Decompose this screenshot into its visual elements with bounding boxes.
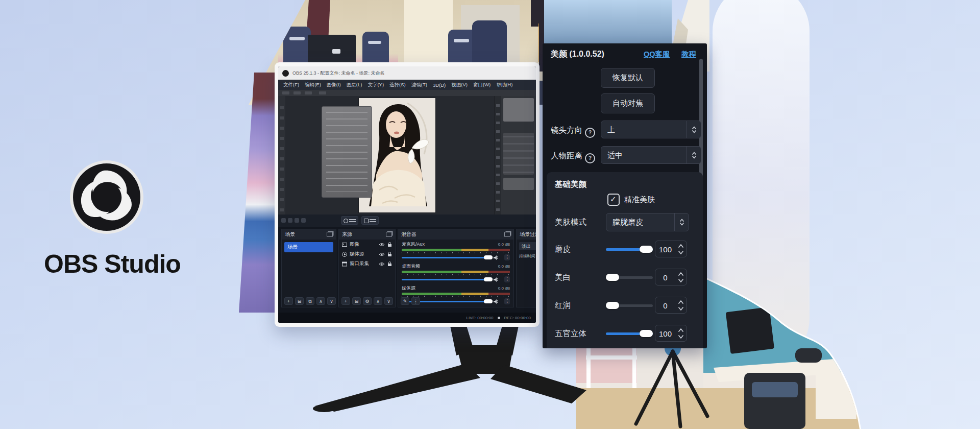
menu-item[interactable]: 文件(F) bbox=[283, 82, 299, 88]
menu-item[interactable]: 选择(S) bbox=[389, 82, 406, 88]
scene-item-selected[interactable]: 场景 bbox=[284, 242, 333, 252]
ps-workspace bbox=[278, 96, 536, 214]
speaker-icon[interactable] bbox=[494, 277, 499, 282]
volume-slider[interactable]: ⋮ bbox=[402, 276, 510, 282]
mixer-menu-button[interactable]: ⋮ bbox=[411, 297, 420, 305]
dock-menu-icon[interactable] bbox=[504, 232, 510, 237]
source-up-button[interactable]: ∧ bbox=[374, 297, 382, 305]
layout-toggle-button[interactable] bbox=[361, 216, 379, 225]
ps-right-dock[interactable] bbox=[494, 96, 536, 214]
precise-skin-checkbox[interactable]: ✓ bbox=[607, 194, 620, 206]
monitor-screen: OBS 25.1.3 - 配置文件: 未命名 - 场景: 未命名 文件(F) 编… bbox=[278, 66, 536, 323]
lock-icon[interactable] bbox=[387, 261, 392, 267]
menu-item[interactable]: 滤镜(T) bbox=[411, 82, 427, 88]
speaker-icon[interactable] bbox=[494, 299, 499, 304]
spinbox-arrows-icon[interactable] bbox=[678, 327, 684, 342]
source-down-button[interactable]: ∨ bbox=[384, 297, 393, 305]
menu-item[interactable]: 3D(D) bbox=[433, 82, 446, 88]
channel-settings-button[interactable]: ⋮ bbox=[504, 298, 510, 304]
visibility-eye-icon[interactable] bbox=[379, 252, 385, 256]
person-distance-select[interactable]: 适中 bbox=[601, 146, 701, 164]
help-icon[interactable]: ? bbox=[585, 153, 595, 163]
slider-thumb[interactable] bbox=[640, 330, 653, 337]
mixer-config-button[interactable]: ✎ bbox=[401, 297, 409, 305]
rosy-value-spinbox[interactable]: 0 bbox=[655, 297, 687, 314]
qq-support-link[interactable]: QQ客服 bbox=[644, 50, 670, 59]
window-titlebar: OBS 25.1.3 - 配置文件: 未命名 - 场景: 未命名 bbox=[278, 66, 536, 80]
remove-source-button[interactable]: ⊟ bbox=[352, 297, 361, 305]
tutorial-link[interactable]: 教程 bbox=[681, 50, 696, 59]
add-scene-button[interactable]: + bbox=[284, 297, 293, 305]
select-chevrons-icon[interactable] bbox=[687, 147, 701, 163]
scene-up-button[interactable]: ∧ bbox=[316, 297, 325, 305]
rec-dot-icon bbox=[498, 317, 500, 319]
skin-mode-select[interactable]: 朦胧磨皮 bbox=[606, 213, 689, 231]
lock-icon[interactable] bbox=[387, 252, 392, 257]
dock-menu-icon[interactable] bbox=[327, 232, 333, 237]
menu-item[interactable]: 窗口(W) bbox=[473, 82, 491, 88]
mixer-dock-title: 混音器 bbox=[401, 231, 416, 238]
scenes-dock-title: 场景 bbox=[285, 231, 295, 238]
slider-thumb[interactable] bbox=[606, 274, 619, 281]
select-chevrons-icon[interactable] bbox=[674, 213, 689, 231]
transitions-dock: 场景过渡 淡出▾ 持续时间 300 ms bbox=[516, 229, 536, 307]
person-distance-label: 人物距离? bbox=[551, 151, 595, 163]
features-3d-value-spinbox[interactable]: 100 bbox=[655, 325, 687, 342]
skin-mode-label: 美肤模式 bbox=[555, 217, 586, 228]
volume-slider[interactable]: ⋮ bbox=[402, 254, 510, 260]
ps-toolbar[interactable] bbox=[278, 96, 285, 214]
source-row[interactable]: 媒体源 bbox=[339, 249, 395, 259]
section-title: 基础美颜 bbox=[555, 179, 586, 190]
window-title: OBS 25.1.3 - 配置文件: 未命名 - 场景: 未命名 bbox=[292, 70, 385, 77]
select-chevrons-icon[interactable] bbox=[687, 121, 701, 138]
channel-settings-button[interactable]: ⋮ bbox=[504, 254, 510, 260]
add-source-button[interactable]: + bbox=[341, 297, 350, 305]
restore-default-button[interactable]: 恢复默认 bbox=[601, 68, 655, 88]
rosy-slider[interactable] bbox=[606, 304, 653, 307]
menu-item[interactable]: 视图(V) bbox=[451, 82, 468, 88]
dock-menu-icon[interactable] bbox=[386, 232, 392, 237]
slider-thumb[interactable] bbox=[640, 246, 653, 253]
transitions-dock-title: 场景过渡 bbox=[520, 231, 536, 238]
scene-down-button[interactable]: ∨ bbox=[327, 297, 336, 305]
mixer-channel: 桌面音频0.0 dB ⋮ bbox=[398, 261, 513, 283]
slider-thumb[interactable] bbox=[606, 302, 619, 309]
speaker-icon[interactable] bbox=[494, 255, 499, 260]
image-source-icon bbox=[342, 242, 347, 247]
menu-item[interactable]: 文字(Y) bbox=[368, 82, 384, 88]
window-capture-icon bbox=[342, 261, 347, 267]
spinbox-arrows-icon[interactable] bbox=[678, 271, 684, 286]
menu-item[interactable]: 图像(I) bbox=[327, 82, 341, 88]
source-properties-button[interactable]: ⚙ bbox=[363, 297, 372, 305]
spinbox-arrows-icon[interactable] bbox=[678, 243, 684, 258]
obs-app-icon bbox=[282, 70, 289, 77]
menu-item[interactable]: 编辑(E) bbox=[305, 82, 321, 88]
whitening-value-spinbox[interactable]: 0 bbox=[655, 269, 687, 285]
panel-title: 美颜 (1.0.0.52) bbox=[551, 49, 604, 60]
spinbox-arrows-icon[interactable] bbox=[678, 299, 684, 314]
smoothing-slider[interactable] bbox=[606, 248, 653, 251]
lock-icon[interactable] bbox=[387, 242, 392, 247]
visibility-eye-icon[interactable] bbox=[379, 262, 385, 266]
camera-direction-select[interactable]: 上 bbox=[601, 121, 701, 138]
transition-duration-label: 持续时间 bbox=[519, 253, 535, 259]
preview-toggle-button[interactable] bbox=[341, 216, 358, 225]
smoothing-value-spinbox[interactable]: 100 bbox=[655, 241, 687, 257]
remove-scene-button[interactable]: ⊟ bbox=[295, 297, 304, 305]
obs-dock-area: 场景 场景 + ⊟ ⧉ ∧ ∨ 来源 图像 bbox=[278, 214, 536, 313]
features-3d-slider-row: 五官立体 100 bbox=[547, 324, 703, 343]
features-3d-slider[interactable] bbox=[606, 332, 653, 335]
whitening-slider[interactable] bbox=[606, 276, 653, 279]
source-row[interactable]: 图像 bbox=[339, 240, 395, 249]
channel-settings-button[interactable]: ⋮ bbox=[504, 276, 510, 282]
menu-item[interactable]: 帮助(H) bbox=[496, 82, 512, 88]
precise-skin-label: 精准美肤 bbox=[624, 195, 655, 205]
autofocus-button[interactable]: 自动对焦 bbox=[601, 93, 655, 113]
transition-select[interactable]: 淡出▾ bbox=[519, 242, 536, 250]
help-icon[interactable]: ? bbox=[585, 128, 595, 138]
menu-item[interactable]: 图层(L) bbox=[347, 82, 362, 88]
ps-floating-panel[interactable] bbox=[322, 106, 372, 198]
scene-filters-button[interactable]: ⧉ bbox=[306, 297, 314, 305]
visibility-eye-icon[interactable] bbox=[379, 243, 385, 247]
source-row[interactable]: 窗口采集 bbox=[339, 259, 395, 269]
